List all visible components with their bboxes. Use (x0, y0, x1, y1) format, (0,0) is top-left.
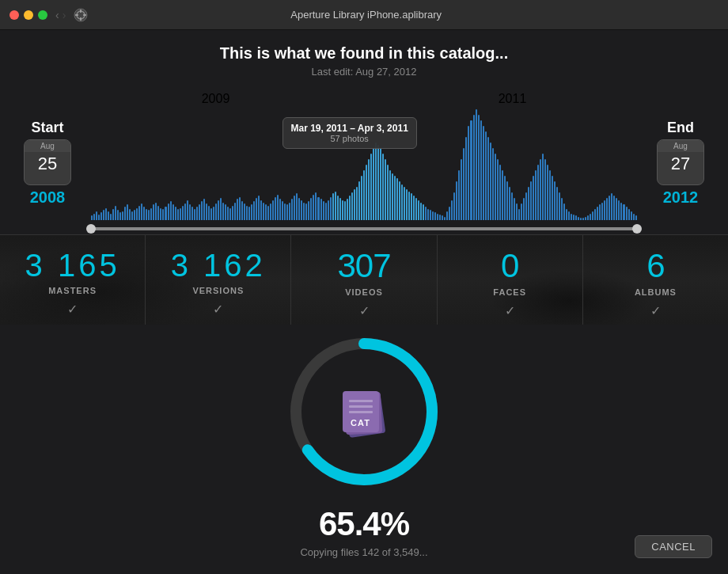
tooltip-date: Mar 19, 2011 – Apr 3, 2011 (291, 123, 408, 134)
chart-bar (150, 208, 152, 220)
chart-bar (325, 203, 327, 220)
start-day: 25 (38, 154, 57, 174)
chart-bar (96, 211, 97, 220)
chart-bar (623, 204, 624, 220)
chart-bar (131, 211, 133, 220)
stat-videos: 307 VIDEOS ✓ (291, 235, 437, 325)
chart-bar (124, 207, 126, 220)
chart-bar (571, 214, 572, 220)
chart-bar (525, 192, 527, 220)
versions-count: 3 162 (171, 249, 266, 281)
chart-bar (453, 192, 455, 220)
chart-bar (483, 126, 484, 220)
close-button[interactable] (9, 10, 19, 20)
chart-bar (201, 201, 203, 220)
chart-bar (427, 209, 429, 220)
masters-count: 3 165 (25, 249, 120, 281)
chart-bar (218, 200, 219, 220)
chart-bar (368, 159, 370, 220)
chart-bar (203, 199, 205, 220)
chart-bar (263, 203, 264, 220)
masters-check-icon: ✓ (67, 302, 78, 317)
chart-bar (601, 203, 603, 220)
minimize-button[interactable] (24, 10, 33, 20)
chart-bar (93, 214, 95, 220)
chart-bar (339, 198, 341, 220)
chart-bar (165, 207, 166, 220)
chart-bar (199, 204, 200, 220)
chart-range-slider[interactable] (91, 227, 637, 230)
chart-bar (582, 218, 584, 220)
maximize-button[interactable] (38, 10, 47, 20)
chart-bar (105, 208, 107, 220)
chart-bar (404, 187, 405, 220)
slider-right-handle[interactable] (632, 224, 642, 234)
last-edit-label: Last edit: Aug 27, 2012 (0, 66, 728, 78)
chart-bar (473, 115, 475, 220)
forward-arrow-icon: › (63, 9, 66, 21)
chart-bar (298, 198, 300, 220)
chart-bar (566, 209, 567, 220)
chart-bar (461, 159, 462, 220)
chart-bar (194, 209, 195, 220)
histogram-chart[interactable]: 2009 2011 Mar 19, 2011 – Apr 3, 2011 57 … (91, 92, 637, 234)
chart-bar (227, 207, 229, 220)
chart-bar (613, 196, 615, 220)
chart-bar (458, 170, 460, 220)
chart-bar (138, 206, 140, 220)
chart-bar (191, 207, 193, 220)
back-arrow-icon[interactable]: ‹ (55, 9, 59, 21)
chart-bar (592, 211, 593, 220)
chart-bar (631, 211, 632, 220)
chart-bar (330, 197, 332, 220)
chart-bar (356, 187, 358, 220)
chart-bar (301, 200, 302, 220)
chart-bar (315, 192, 317, 220)
chart-bar (291, 199, 293, 220)
chart-bar (470, 120, 472, 220)
chart-bar (394, 176, 396, 220)
traffic-lights (9, 10, 47, 20)
chart-bar (337, 196, 339, 220)
chart-bar (206, 203, 207, 220)
chart-bar (141, 203, 142, 220)
masters-label: MASTERS (48, 286, 97, 295)
chart-bar (248, 207, 250, 220)
cancel-button[interactable]: CANCEL (635, 535, 712, 558)
chart-bar (556, 187, 558, 220)
chart-bar (499, 165, 501, 220)
chart-bar (430, 210, 431, 220)
chart-bar (425, 207, 427, 220)
chart-bar (478, 115, 480, 220)
chart-bar (563, 203, 565, 220)
chart-bar (155, 203, 157, 220)
cat-file-icon: CAT (336, 384, 392, 439)
chart-bar (270, 203, 271, 220)
chart-bar (354, 189, 355, 220)
chart-bar (366, 165, 367, 220)
chart-bar (272, 200, 274, 220)
stat-albums: 6 ALBUMS ✓ (583, 235, 728, 325)
chart-bar (535, 170, 537, 220)
chart-bar (363, 170, 365, 220)
chart-bar (157, 206, 159, 220)
start-label: Start (31, 120, 63, 136)
chart-bar (432, 211, 434, 220)
chart-bar (618, 200, 620, 220)
videos-check-icon: ✓ (359, 303, 370, 318)
chart-bar (305, 203, 307, 220)
chart-bar (442, 215, 443, 220)
chart-bar (533, 176, 534, 220)
chart-bar (385, 159, 386, 220)
chart-bar (279, 199, 281, 220)
chart-bar (626, 207, 628, 220)
chart-bar (468, 126, 469, 220)
chart-bar (599, 204, 601, 220)
chart-bar (320, 199, 322, 220)
slider-left-handle[interactable] (86, 224, 96, 234)
chart-bar (485, 131, 487, 220)
chart-bar (146, 209, 147, 220)
chart-bar (153, 204, 154, 220)
chart-bar (490, 143, 491, 220)
versions-label: VERSIONS (192, 286, 244, 295)
